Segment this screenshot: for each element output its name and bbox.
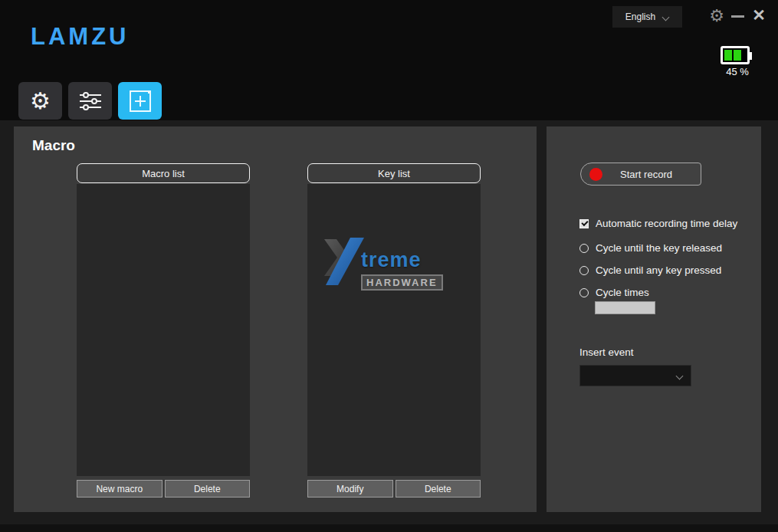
macro-list[interactable]: [77, 184, 250, 476]
start-record-button[interactable]: Start record: [580, 163, 701, 186]
sliders-icon: [79, 90, 102, 112]
footer-strip: [0, 524, 778, 532]
radio-icon: [579, 244, 589, 253]
radio-icon: [579, 266, 589, 275]
radio-label: Cycle times: [596, 287, 649, 298]
gear-icon[interactable]: ⚙: [707, 5, 727, 28]
tab-performance[interactable]: [68, 82, 112, 120]
cycle-times-input[interactable]: [595, 301, 655, 314]
watermark-treme-text: treme: [361, 248, 422, 272]
auto-delay-label: Automatic recording time delay: [596, 218, 737, 229]
watermark-hardware-text: HARDWARE: [361, 274, 443, 291]
key-list-header: Key list: [307, 163, 481, 183]
language-select[interactable]: English: [612, 6, 682, 28]
new-macro-button[interactable]: New macro: [77, 480, 162, 498]
macro-list-header: Macro list: [77, 163, 250, 183]
modify-key-button[interactable]: Modify: [307, 480, 393, 498]
close-icon[interactable]: ✕: [750, 5, 768, 26]
tab-settings[interactable]: ⚙: [18, 82, 62, 120]
radio-label: Cycle until any key pressed: [596, 264, 721, 276]
checkbox-checked-icon: [579, 219, 589, 228]
insert-event-dropdown[interactable]: [579, 365, 691, 386]
macro-panel: Macro Macro list New macro Delete Key li…: [14, 126, 537, 512]
radio-cycle-times[interactable]: Cycle times: [579, 287, 649, 298]
chevron-down-icon: [663, 14, 669, 20]
radio-cycle-until-pressed[interactable]: Cycle until any key pressed: [579, 264, 721, 276]
chevron-down-icon: [677, 373, 683, 379]
record-dot-icon: [589, 168, 602, 181]
macro-list-buttons: New macro Delete: [77, 480, 250, 498]
start-record-label: Start record: [602, 169, 701, 180]
key-list-column: Key list: [307, 163, 481, 498]
battery-indicator: 45 %: [721, 46, 759, 77]
tab-bar: ⚙: [18, 82, 162, 120]
tab-macro[interactable]: [118, 82, 162, 120]
radio-label: Cycle until the key released: [596, 242, 722, 254]
key-list[interactable]: treme HARDWARE: [307, 184, 481, 476]
macro-list-column: Macro list New macro Delete: [77, 163, 250, 498]
plus-square-icon: [129, 90, 152, 113]
radio-icon: [579, 288, 589, 297]
key-list-buttons: Modify Delete: [307, 480, 481, 498]
xtreme-hardware-watermark: treme HARDWARE: [324, 238, 462, 307]
titlebar: LAMZU English ⚙ ✕ 45 % ⚙: [0, 0, 778, 120]
insert-event-label: Insert event: [579, 346, 634, 358]
auto-delay-checkbox[interactable]: Automatic recording time delay: [579, 218, 737, 229]
battery-cell: [724, 50, 732, 61]
radio-cycle-until-released[interactable]: Cycle until the key released: [579, 242, 722, 254]
battery-percent: 45 %: [721, 66, 754, 77]
battery-icon: [721, 46, 750, 64]
gear-icon: ⚙: [30, 90, 51, 113]
watermark-x-icon: [324, 238, 364, 285]
language-label: English: [625, 11, 655, 22]
content-area: Macro Macro list New macro Delete Key li…: [0, 120, 778, 524]
delete-key-button[interactable]: Delete: [396, 480, 481, 498]
battery-cell: [734, 50, 741, 61]
delete-macro-button[interactable]: Delete: [165, 480, 251, 498]
lamzu-logo: LAMZU: [31, 23, 129, 51]
page-title: Macro: [32, 137, 75, 154]
minimize-icon[interactable]: [730, 8, 746, 25]
record-panel: Start record Automatic recording time de…: [547, 126, 761, 512]
